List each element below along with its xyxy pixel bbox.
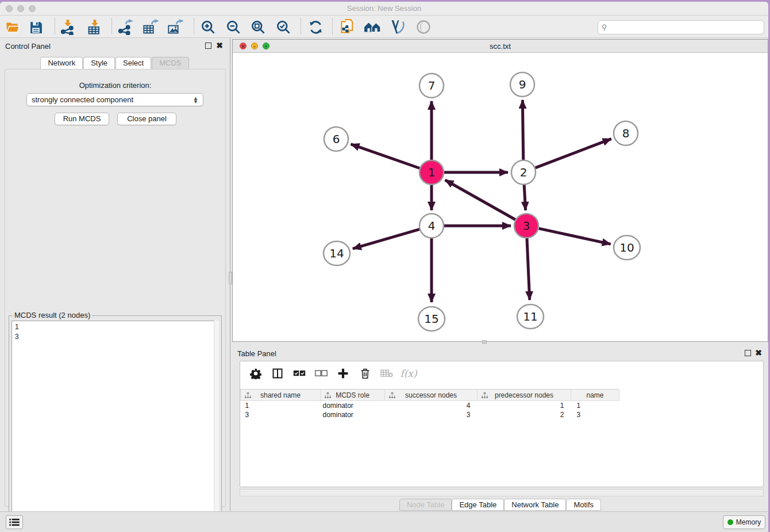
search-box[interactable]: ⚲	[598, 20, 764, 34]
search-input[interactable]	[610, 24, 764, 32]
optimization-criterion-select[interactable]: strongly connected component ▲▼	[26, 93, 203, 106]
graph-node-label: 9	[519, 78, 526, 91]
import-table-icon[interactable]	[85, 17, 105, 37]
column-header-shared-name[interactable]: shared name	[241, 390, 321, 401]
table-cell[interactable]: 3	[241, 410, 321, 419]
tab-network-table[interactable]: Network Table	[504, 499, 566, 511]
graph-node-10[interactable]: 10	[614, 236, 640, 260]
table-cell[interactable]: 1	[478, 401, 571, 410]
table-cell[interactable]: 2	[478, 410, 571, 419]
table-cell[interactable]: 4	[385, 401, 478, 410]
vizmapper-icon[interactable]	[388, 17, 407, 37]
node-table[interactable]: shared name MCDS role successor nodes pr…	[240, 389, 763, 419]
tree-icon	[245, 392, 251, 399]
graph-edge-2-3[interactable]	[524, 185, 525, 210]
tab-edge-table[interactable]: Edge Table	[452, 499, 504, 511]
tab-select[interactable]: Select	[116, 57, 151, 69]
network-graph[interactable]: 7968124314101511	[233, 53, 768, 341]
tab-style[interactable]: Style	[83, 57, 115, 69]
network-resize-handle[interactable]	[482, 340, 487, 344]
tab-mcds[interactable]: MCDS	[152, 57, 188, 69]
eye-icon[interactable]	[414, 17, 433, 37]
column-header-successor-nodes[interactable]: successor nodes	[385, 390, 478, 401]
tab-node-table[interactable]: Node Table	[399, 499, 452, 511]
graph-edge-3-11[interactable]	[527, 238, 530, 300]
control-panel-tabs: NetworkStyleSelectMCDS	[0, 57, 230, 69]
graph-node-3[interactable]: 3	[514, 214, 538, 238]
import-network-icon[interactable]	[58, 17, 78, 37]
open-folder-icon[interactable]	[3, 17, 22, 37]
table-cell[interactable]: dominator	[321, 410, 385, 419]
zoom-selected-icon[interactable]	[274, 17, 293, 37]
graph-edge-1-6[interactable]	[351, 144, 419, 168]
graph-node-label: 10	[619, 241, 634, 255]
close-panel-button[interactable]: Close panel	[117, 113, 176, 125]
graph-node-2[interactable]: 2	[511, 160, 536, 184]
result-scrollbar[interactable]	[214, 321, 219, 531]
table-cell[interactable]: 1	[241, 401, 321, 410]
float-panel-icon[interactable]	[205, 43, 211, 49]
add-row-icon[interactable]	[334, 365, 352, 382]
network-window-title: scc.txt	[233, 42, 768, 51]
task-history-button[interactable]	[6, 515, 23, 529]
table-cell[interactable]: dominator	[321, 401, 385, 410]
export-table-icon[interactable]	[141, 17, 160, 37]
mcds-result-title: MCDS result (2 nodes)	[13, 311, 92, 319]
table-cell[interactable]: 3	[385, 410, 478, 419]
zoom-in-icon[interactable]	[198, 17, 218, 37]
graph-node-label: 3	[523, 219, 530, 233]
graph-node-8[interactable]: 8	[614, 121, 638, 145]
column-header-predecessor-nodes[interactable]: predecessor nodes	[478, 390, 571, 401]
column-header-mcds-role[interactable]: MCDS role	[321, 390, 385, 401]
refresh-layout-icon[interactable]	[306, 17, 325, 37]
export-network-icon[interactable]	[116, 17, 135, 37]
graph-node-11[interactable]: 11	[517, 304, 544, 329]
delete-icon[interactable]	[356, 365, 374, 382]
table-panel-tabs: Node TableEdge TableNetwork TableMotifs	[232, 499, 768, 511]
table-cell[interactable]: 3	[571, 410, 619, 419]
graph-node-7[interactable]: 7	[419, 74, 444, 98]
home-icon[interactable]	[363, 17, 382, 37]
graph-node-15[interactable]: 15	[418, 307, 445, 331]
clone-network-icon[interactable]	[338, 17, 357, 37]
graph-edge-2-9[interactable]	[522, 100, 523, 160]
mcds-panel: Optimization criterion: strongly connect…	[5, 69, 226, 507]
columns-icon[interactable]	[269, 365, 286, 382]
table-horizontal-scrollbar[interactable]	[240, 489, 764, 496]
graph-node-9[interactable]: 9	[510, 72, 534, 97]
close-panel-icon[interactable]: ✖	[755, 349, 762, 357]
chevron-up-down-icon: ▲▼	[193, 97, 198, 103]
export-image-icon[interactable]	[165, 17, 185, 37]
zoom-out-icon[interactable]	[224, 17, 243, 37]
mcds-result-text[interactable]: 1 3	[11, 321, 219, 531]
table-row[interactable]: 1dominator411	[241, 401, 619, 410]
table-row[interactable]: 3dominator323	[241, 410, 619, 419]
tab-network[interactable]: Network	[40, 57, 83, 69]
graph-edge-3-10[interactable]	[538, 229, 610, 244]
run-mcds-button[interactable]: Run MCDS	[55, 113, 109, 125]
gear-icon[interactable]	[247, 365, 264, 382]
graph-node-4[interactable]: 4	[419, 214, 444, 238]
column-header-name[interactable]: name	[571, 390, 619, 401]
save-session-icon[interactable]	[26, 17, 45, 37]
close-panel-icon[interactable]: ✖	[216, 41, 223, 49]
toolbar-separator	[332, 18, 333, 34]
tab-motifs[interactable]: Motifs	[566, 499, 601, 511]
graph-node-1[interactable]: 1	[419, 160, 444, 184]
table-cell[interactable]: 1	[571, 401, 619, 410]
select-all-icon[interactable]	[291, 365, 308, 382]
graph-edge-4-14[interactable]	[353, 229, 419, 249]
graph-node-label: 1	[428, 165, 436, 179]
memory-button[interactable]: Memory	[723, 515, 765, 529]
control-panel: Control Panel ✖ NetworkStyleSelectMCDS O…	[0, 38, 230, 513]
float-panel-icon[interactable]	[745, 350, 751, 356]
graph-edge-2-8[interactable]	[536, 139, 611, 168]
deselect-all-icon[interactable]	[313, 365, 330, 382]
graph-node-6[interactable]: 6	[324, 127, 348, 151]
graph-edge-3-1[interactable]	[445, 180, 515, 219]
table-panel-header: Table Panel ✖	[232, 345, 768, 360]
network-canvas[interactable]: 7968124314101511	[233, 53, 768, 341]
graph-node-label: 2	[520, 165, 528, 179]
zoom-fit-icon[interactable]	[248, 17, 268, 37]
graph-node-14[interactable]: 14	[324, 241, 350, 265]
